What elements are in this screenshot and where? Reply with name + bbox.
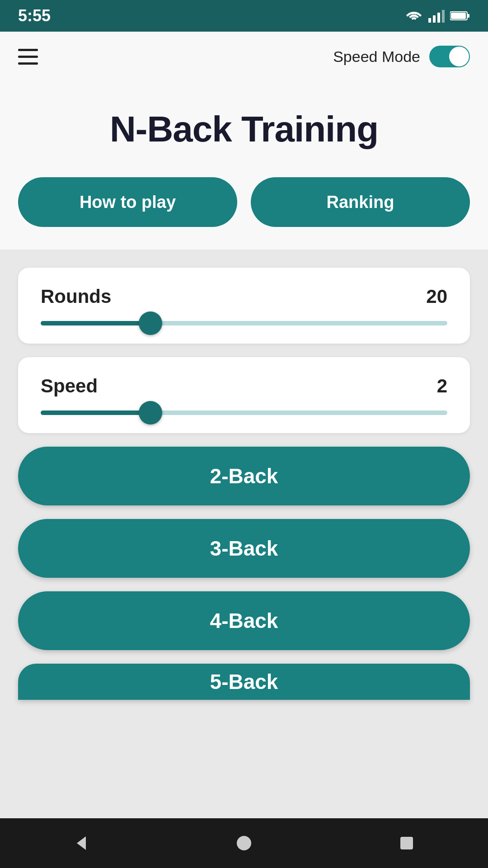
svg-marker-7: [77, 836, 86, 850]
nav-recent-button[interactable]: [389, 825, 425, 861]
menu-button[interactable]: [18, 49, 38, 65]
back-icon: [72, 834, 90, 852]
app-title: N-Back Training: [18, 108, 470, 150]
toggle-knob: [449, 47, 469, 66]
rounds-slider-track[interactable]: [41, 321, 447, 326]
top-bar: Speed Mode: [0, 32, 488, 81]
svg-rect-2: [437, 13, 440, 23]
three-back-button[interactable]: 3-Back: [18, 519, 470, 578]
how-to-play-button[interactable]: How to play: [18, 177, 237, 227]
signal-icon: [428, 9, 445, 23]
svg-rect-6: [451, 13, 466, 19]
svg-rect-1: [433, 15, 436, 23]
ranking-button[interactable]: Ranking: [251, 177, 470, 227]
speed-label: Speed: [41, 375, 98, 397]
svg-rect-0: [428, 18, 431, 23]
status-icons: [405, 9, 470, 23]
rounds-slider-header: Rounds 20: [41, 286, 447, 307]
speed-slider-card: Speed 2: [18, 357, 470, 433]
rounds-slider-thumb[interactable]: [139, 311, 162, 335]
hero-section: N-Back Training How to play Ranking: [0, 81, 488, 250]
home-icon: [235, 834, 253, 852]
rounds-value: 20: [426, 286, 447, 307]
main-content: Rounds 20 Speed 2 2-Back 3-Back 4-Back 5…: [0, 250, 488, 818]
svg-rect-3: [442, 10, 445, 23]
speed-slider-thumb[interactable]: [139, 401, 162, 425]
speed-slider-track[interactable]: [41, 410, 447, 415]
rounds-slider-card: Rounds 20: [18, 268, 470, 344]
status-bar: 5:55: [0, 0, 488, 32]
nav-home-button[interactable]: [226, 825, 262, 861]
svg-rect-5: [467, 14, 469, 18]
hamburger-line-2: [18, 56, 38, 58]
battery-icon: [450, 10, 470, 21]
hero-buttons: How to play Ranking: [18, 177, 470, 227]
rounds-label: Rounds: [41, 286, 111, 307]
speed-mode-label: Speed Mode: [333, 48, 420, 66]
speed-mode-toggle[interactable]: [429, 46, 470, 67]
two-back-button[interactable]: 2-Back: [18, 447, 470, 505]
recent-icon: [399, 835, 415, 851]
speed-mode-container: Speed Mode: [333, 46, 470, 67]
speed-value: 2: [437, 375, 447, 397]
svg-rect-9: [400, 837, 413, 849]
four-back-button[interactable]: 4-Back: [18, 591, 470, 650]
wifi-icon: [405, 9, 423, 23]
nav-back-button[interactable]: [63, 825, 99, 861]
hamburger-line-3: [18, 62, 38, 65]
nav-bar: [0, 818, 488, 868]
speed-slider-header: Speed 2: [41, 375, 447, 397]
svg-point-8: [237, 836, 251, 850]
status-time: 5:55: [18, 6, 51, 25]
hamburger-line-1: [18, 49, 38, 51]
five-back-button[interactable]: 5-Back: [18, 664, 470, 700]
